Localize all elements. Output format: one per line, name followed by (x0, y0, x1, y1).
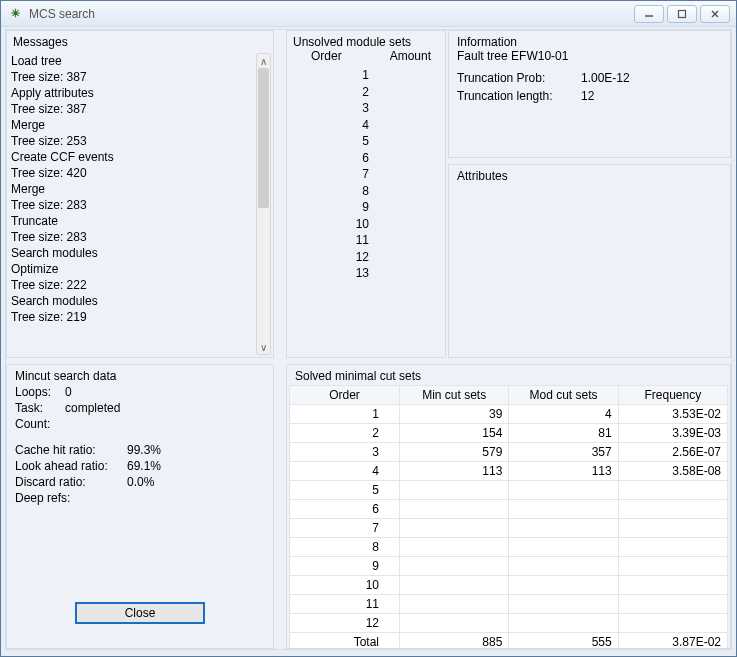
unsolved-row: 3 (293, 100, 439, 117)
table-row: 7 (290, 519, 728, 538)
message-line: Tree size: 283 (11, 229, 255, 245)
cell-min: 39 (400, 405, 509, 424)
cell-min: 113 (400, 462, 509, 481)
message-line: Search modules (11, 245, 255, 261)
discard-label: Discard ratio: (15, 475, 127, 489)
messages-label: Messages (13, 35, 267, 49)
cell-min (400, 557, 509, 576)
table-row: 35793572.56E-07 (290, 443, 728, 462)
trunc-len-value: 12 (581, 89, 594, 103)
table-row: 9 (290, 557, 728, 576)
cache-value: 99.3% (127, 443, 161, 457)
cell-order: 7 (290, 519, 400, 538)
cell-min: 579 (400, 443, 509, 462)
information-panel: Information Fault tree EFW10-01 Truncati… (448, 30, 731, 158)
unsolved-row: 1 (293, 67, 439, 84)
message-line: Merge (11, 117, 255, 133)
close-button[interactable]: Close (75, 602, 205, 624)
cell-min (400, 595, 509, 614)
titlebar[interactable]: ✳ MCS search (1, 1, 736, 27)
window: ✳ MCS search Messages Load treeTree size… (0, 0, 737, 657)
cell-freq (618, 576, 727, 595)
col-min[interactable]: Min cut sets (400, 386, 509, 405)
cell-mod (509, 595, 618, 614)
unsolved-row: 8 (293, 183, 439, 200)
minimize-button[interactable] (634, 5, 664, 23)
message-line: Tree size: 253 (11, 133, 255, 149)
cell-freq: 2.56E-07 (618, 443, 727, 462)
table-row: 41131133.58E-08 (290, 462, 728, 481)
cell-order: 6 (290, 500, 400, 519)
scroll-thumb[interactable] (258, 68, 269, 208)
cell-order: Total (290, 633, 400, 650)
cell-order: 9 (290, 557, 400, 576)
cell-freq (618, 481, 727, 500)
unsolved-row: 4 (293, 117, 439, 134)
col-mod[interactable]: Mod cut sets (509, 386, 618, 405)
cell-order: 8 (290, 538, 400, 557)
cell-order: 12 (290, 614, 400, 633)
loops-value: 0 (65, 385, 72, 399)
col-freq[interactable]: Frequency (618, 386, 727, 405)
cell-min (400, 538, 509, 557)
cell-freq (618, 500, 727, 519)
cell-mod: 357 (509, 443, 618, 462)
cell-mod: 555 (509, 633, 618, 650)
unsolved-label: Unsolved module sets (293, 35, 439, 49)
task-value: completed (65, 401, 120, 415)
close-window-button[interactable] (700, 5, 730, 23)
cell-mod (509, 557, 618, 576)
trunc-prob-value: 1.00E-12 (581, 71, 630, 85)
maximize-button[interactable] (667, 5, 697, 23)
table-row: 13943.53E-02 (290, 405, 728, 424)
cell-mod (509, 500, 618, 519)
messages-panel: Messages Load treeTree size: 387Apply at… (6, 30, 274, 358)
col-order[interactable]: Order (290, 386, 400, 405)
cell-order: 2 (290, 424, 400, 443)
unsolved-row: 13 (293, 265, 439, 282)
scroll-up-icon[interactable]: ∧ (257, 54, 270, 68)
message-line: Tree size: 222 (11, 277, 255, 293)
messages-scrollbar[interactable]: ∧ ∨ (256, 53, 271, 355)
mincut-panel: Mincut search data Loops:0 Task:complete… (6, 364, 274, 649)
message-line: Tree size: 387 (11, 101, 255, 117)
unsolved-row: 11 (293, 232, 439, 249)
unsolved-row: 12 (293, 249, 439, 266)
cell-mod: 4 (509, 405, 618, 424)
attributes-panel: Attributes (448, 164, 731, 358)
table-total-row: Total8855553.87E-02 (290, 633, 728, 650)
solved-panel: Solved minimal cut sets Order Min cut se… (286, 364, 731, 649)
message-line: Search modules (11, 293, 255, 309)
message-line: Optimize (11, 261, 255, 277)
cell-freq: 3.39E-03 (618, 424, 727, 443)
message-line: Merge (11, 181, 255, 197)
scroll-down-icon[interactable]: ∨ (257, 340, 270, 354)
cell-freq: 3.58E-08 (618, 462, 727, 481)
cell-order: 10 (290, 576, 400, 595)
unsolved-panel: Unsolved module sets Order Amount 123456… (286, 30, 446, 358)
cell-freq (618, 538, 727, 557)
client-area: Messages Load treeTree size: 387Apply at… (5, 29, 732, 650)
fault-tree-label: Fault tree (457, 49, 508, 63)
app-icon: ✳ (7, 6, 23, 22)
message-line: Tree size: 219 (11, 309, 255, 325)
mincut-label: Mincut search data (15, 369, 265, 383)
attributes-label: Attributes (457, 169, 722, 183)
unsolved-row: 5 (293, 133, 439, 150)
trunc-len-label: Truncation length: (457, 89, 569, 103)
cell-freq (618, 519, 727, 538)
messages-list: Load treeTree size: 387Apply attributesT… (9, 53, 255, 355)
cell-freq: 3.53E-02 (618, 405, 727, 424)
cell-min (400, 481, 509, 500)
table-row: 5 (290, 481, 728, 500)
cell-freq (618, 557, 727, 576)
message-line: Tree size: 387 (11, 69, 255, 85)
table-row: 10 (290, 576, 728, 595)
message-line: Truncate (11, 213, 255, 229)
cell-min (400, 500, 509, 519)
solved-table: Order Min cut sets Mod cut sets Frequenc… (289, 385, 728, 649)
cell-min: 154 (400, 424, 509, 443)
deeprefs-label: Deep refs: (15, 491, 127, 505)
cell-mod (509, 576, 618, 595)
table-row: 12 (290, 614, 728, 633)
